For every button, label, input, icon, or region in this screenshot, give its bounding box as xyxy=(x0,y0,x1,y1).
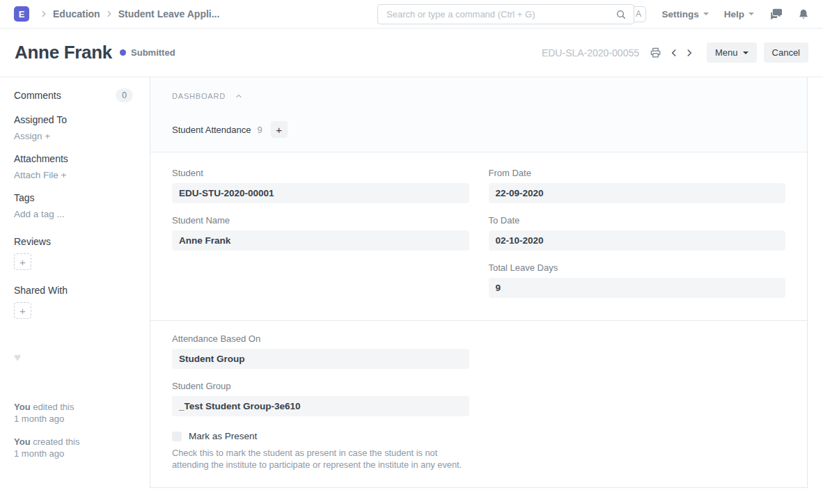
print-icon[interactable] xyxy=(648,45,664,61)
field-label: From Date xyxy=(489,168,786,178)
activity-action: created this xyxy=(33,436,79,447)
assigned-to-label: Assigned To xyxy=(14,114,133,125)
activity-user: You xyxy=(14,402,31,412)
form-body: DASHBOARD Student Attendance 9 + Student… xyxy=(150,77,808,488)
student-group-field-value[interactable]: _Test Student Group-3e610 xyxy=(172,396,469,416)
mark-as-present-checkbox[interactable] xyxy=(172,432,182,441)
student-field-value[interactable]: EDU-STU-2020-00001 xyxy=(172,183,469,203)
reviews-label: Reviews xyxy=(14,236,133,247)
app-logo[interactable]: E xyxy=(14,6,29,22)
tags-label: Tags xyxy=(14,192,133,203)
help-menu[interactable]: Help xyxy=(724,9,754,19)
field-student: Student EDU-STU-2020-00001 xyxy=(172,168,469,203)
menu-button-label: Menu xyxy=(715,47,738,58)
mark-as-present-checkbox-row[interactable]: Mark as Present xyxy=(172,431,469,441)
attendance-based-on-field-value[interactable]: Student Group xyxy=(172,349,469,369)
notifications-bell-icon[interactable] xyxy=(798,8,809,20)
field-student-group: Student Group _Test Student Group-3e610 xyxy=(172,381,469,416)
activity-entry: You created this 1 month ago xyxy=(14,436,133,459)
settings-label: Settings xyxy=(661,9,698,19)
field-label: Student xyxy=(172,168,469,178)
student-name-field-value[interactable]: Anne Frank xyxy=(172,230,469,251)
activity-user: You xyxy=(14,436,31,447)
chevron-right-icon xyxy=(39,9,49,19)
from-date-field-value[interactable]: 22-09-2020 xyxy=(489,183,786,203)
shared-with-label: Shared With xyxy=(14,285,133,296)
breadcrumb-doctype[interactable]: Student Leave Appli... xyxy=(118,8,220,19)
mark-as-present-label: Mark as Present xyxy=(189,431,257,441)
chevron-right-icon xyxy=(104,9,114,19)
breadcrumb: Education Student Leave Appli... xyxy=(39,8,219,19)
field-label: To Date xyxy=(489,215,786,226)
status-badge: Submitted xyxy=(131,47,175,58)
settings-menu[interactable]: Settings xyxy=(661,9,708,19)
cancel-button-label: Cancel xyxy=(772,47,800,58)
chevron-down-icon xyxy=(703,13,709,15)
prev-document-icon[interactable] xyxy=(666,45,682,61)
attach-file-link[interactable]: Attach File + xyxy=(14,170,133,180)
status-indicator-dot xyxy=(120,49,126,56)
chat-icon[interactable] xyxy=(769,8,783,20)
fields-section: Student EDU-STU-2020-00001 Student Name … xyxy=(150,152,807,321)
comments-label: Comments xyxy=(14,90,61,101)
total-leave-days-field-value[interactable]: 9 xyxy=(489,278,786,298)
field-to-date: To Date 02-10-2020 xyxy=(489,215,786,251)
dashboard-section-label: DASHBOARD xyxy=(172,92,226,100)
field-from-date: From Date 22-09-2020 xyxy=(489,168,786,203)
mark-as-present-description: Check this to mark the student as presen… xyxy=(172,447,469,471)
attendance-section: Attendance Based On Student Group Studen… xyxy=(150,321,807,471)
share-button[interactable]: + xyxy=(14,302,31,319)
page-head: Anne Frank Submitted EDU-SLA-2020-00055 … xyxy=(0,29,823,77)
activity-action: edited this xyxy=(33,402,74,412)
add-review-button[interactable]: + xyxy=(14,253,31,270)
activity-entry: You edited this 1 month ago xyxy=(14,401,133,425)
global-search[interactable] xyxy=(377,4,634,24)
field-attendance-based-on: Attendance Based On Student Group xyxy=(172,333,469,369)
document-id: EDU-SLA-2020-00055 xyxy=(542,47,639,58)
attachments-label: Attachments xyxy=(14,153,133,164)
student-attendance-link[interactable]: Student Attendance xyxy=(172,125,251,135)
cancel-button[interactable]: Cancel xyxy=(764,42,808,63)
dashboard-section: DASHBOARD Student Attendance 9 + xyxy=(150,77,807,152)
page-title: Anne Frank xyxy=(15,42,112,63)
help-label: Help xyxy=(724,9,744,19)
assign-link[interactable]: Assign + xyxy=(14,131,133,141)
student-attendance-count: 9 xyxy=(257,125,262,135)
activity-log: You edited this 1 month ago You created … xyxy=(14,401,133,459)
field-label: Total Leave Days xyxy=(489,262,786,273)
field-label: Student Name xyxy=(172,215,469,226)
chevron-down-icon xyxy=(748,13,754,15)
breadcrumb-module[interactable]: Education xyxy=(53,8,100,19)
field-label: Attendance Based On xyxy=(172,333,469,344)
dashboard-section-toggle[interactable]: DASHBOARD xyxy=(172,92,785,100)
search-input[interactable] xyxy=(386,9,616,19)
menu-button[interactable]: Menu xyxy=(707,42,757,63)
activity-time: 1 month ago xyxy=(14,414,64,424)
field-label: Student Group xyxy=(172,381,469,391)
add-student-attendance-button[interactable]: + xyxy=(271,121,288,138)
search-icon xyxy=(616,9,627,20)
next-document-icon[interactable] xyxy=(682,45,697,61)
form-sidebar: Comments 0 Assigned To Assign + Attachme… xyxy=(0,77,150,503)
chevron-up-icon xyxy=(235,92,243,100)
comments-count-badge[interactable]: 0 xyxy=(116,88,133,102)
add-tag-input[interactable]: Add a tag ... xyxy=(14,209,133,219)
activity-time: 1 month ago xyxy=(14,448,64,459)
to-date-field-value[interactable]: 02-10-2020 xyxy=(489,230,786,251)
chevron-down-icon xyxy=(743,52,748,54)
like-heart-icon[interactable]: ♥ xyxy=(14,351,133,365)
navbar: E Education Student Leave Appli... A Set… xyxy=(0,0,823,29)
field-total-leave-days: Total Leave Days 9 xyxy=(489,262,786,298)
field-student-name: Student Name Anne Frank xyxy=(172,215,469,251)
